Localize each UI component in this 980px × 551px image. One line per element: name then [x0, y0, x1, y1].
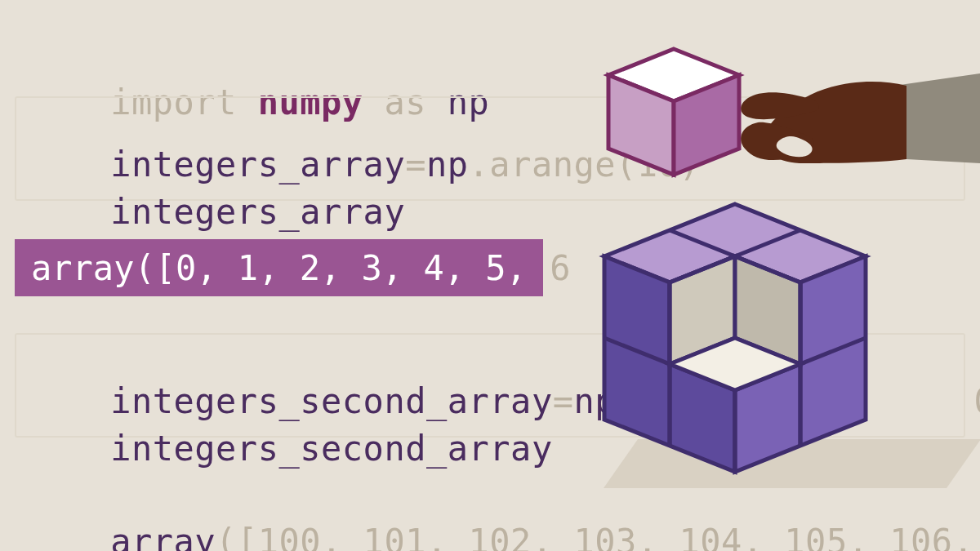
- illustration-svg: [523, 41, 980, 531]
- output-highlight-text: array([0, 1, 2, 3, 4, 5,: [31, 248, 527, 288]
- small-cube-icon: [608, 49, 739, 175]
- canvas: import numpy as np integers_array=np.ara…: [0, 0, 980, 551]
- output-highlight: array([0, 1, 2, 3, 4, 5,: [15, 239, 543, 296]
- hand-icon: [741, 73, 980, 163]
- svg-marker-24: [894, 73, 980, 163]
- illustration: [523, 41, 980, 531]
